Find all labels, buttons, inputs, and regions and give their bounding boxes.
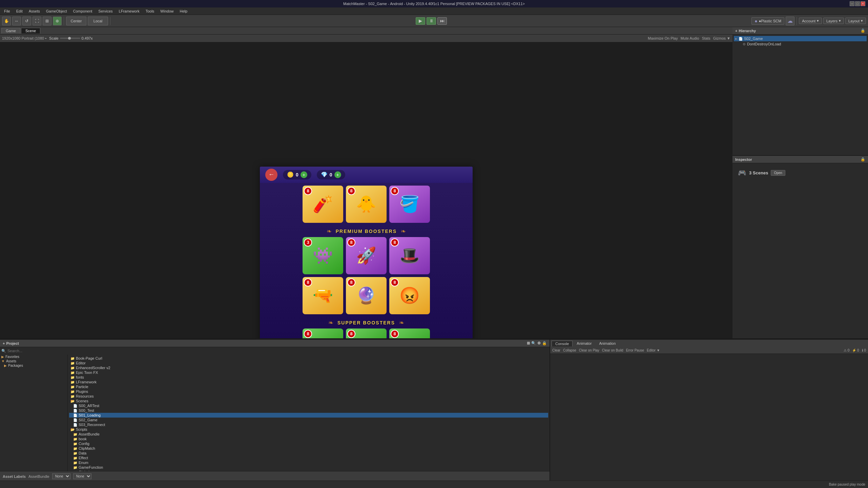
collab-button[interactable]: ☁ (786, 17, 794, 25)
scene-s01loading[interactable]: 📄S01_Loading (69, 413, 548, 418)
maximize-button[interactable]: □ (855, 1, 860, 6)
booster-item-2[interactable]: 8 🪣 (389, 186, 430, 223)
clear-on-play-button[interactable]: Clear on Play (579, 348, 599, 352)
account-dropdown[interactable]: Account ▾ (799, 18, 822, 24)
menu-gameobject[interactable]: GameObject (43, 8, 70, 14)
tab-game[interactable]: Game (1, 28, 20, 34)
scale-slider[interactable] (60, 38, 80, 39)
folder-particle[interactable]: 📁Particle (69, 384, 548, 389)
folder-epic-toon[interactable]: 📁Epic Toon FX (69, 370, 548, 375)
clear-button[interactable]: Clear (552, 348, 560, 352)
folder-fonts[interactable]: 📁fonts (69, 375, 548, 380)
hierarchy-lock[interactable]: 🔒 (861, 28, 865, 33)
project-search-input[interactable] (7, 349, 548, 353)
gold-plus[interactable]: + (301, 171, 307, 178)
scene-s02game[interactable]: 📄S02_Game (69, 418, 548, 422)
folder-editor[interactable]: 📁Editor (69, 361, 548, 365)
editor-dropdown[interactable]: Editor ▼ (647, 348, 660, 352)
folder-scenes[interactable]: 📂Scenes (69, 399, 548, 403)
menu-edit[interactable]: Edit (14, 8, 25, 14)
local-button[interactable]: Local (88, 17, 108, 25)
project-lock[interactable]: 🔒 (542, 341, 547, 345)
tab-console[interactable]: Console (552, 341, 573, 346)
project-icon-2[interactable]: 🔍 (531, 341, 536, 345)
scale-tool[interactable]: ⛶ (33, 17, 41, 25)
center-button[interactable]: Center (66, 17, 86, 25)
step-button[interactable]: ⏭ (437, 17, 447, 25)
project-add-btn[interactable]: + (3, 341, 5, 345)
regular-item-2[interactable]: 8 😡 (389, 277, 430, 314)
menu-services[interactable]: Services (96, 8, 115, 14)
folder-resources[interactable]: 📁Resources (69, 394, 548, 399)
tree-assets[interactable]: ▼ Assets (0, 359, 67, 363)
project-icon-3[interactable]: ⚙ (537, 341, 541, 345)
regular-item-0[interactable]: 8 🔫 (303, 277, 343, 314)
assetbundle-select[interactable]: None (52, 473, 70, 479)
minimize-button[interactable]: ─ (850, 1, 854, 6)
scene-s03reconnect[interactable]: 📄S03_Reconnect (69, 422, 548, 427)
premium-item-0[interactable]: 3 👾 (303, 237, 343, 274)
booster-item-0[interactable]: 8 🧨 (303, 186, 343, 223)
scene-s00artest[interactable]: 📄S00_ARTest (69, 403, 548, 408)
tree-packages[interactable]: ▶ Packages (0, 363, 67, 368)
booster-item-1[interactable]: 8 🐥 (346, 186, 387, 223)
plastic-scm-button[interactable]: ● ●Plastic SCM (751, 17, 784, 25)
back-button[interactable]: ← (265, 169, 277, 181)
move-tool[interactable]: ↔ (12, 17, 21, 25)
project-icon-1[interactable]: ⊞ (527, 341, 530, 345)
menu-window[interactable]: Window (158, 8, 176, 14)
menu-lframework[interactable]: LFramework (116, 8, 142, 14)
rotate-tool[interactable]: ↺ (22, 17, 31, 25)
layout-dropdown[interactable]: Layout ▾ (845, 18, 866, 24)
close-button[interactable]: ✕ (861, 1, 865, 6)
inspector-lock[interactable]: 🔒 (861, 157, 865, 162)
premium-item-1[interactable]: 8 🚀 (346, 237, 387, 274)
scene-s00test[interactable]: 📄S00_Test (69, 408, 548, 413)
script-effect[interactable]: 📁Effect (69, 455, 548, 460)
tab-scene[interactable]: Scene (21, 28, 40, 34)
menu-assets[interactable]: Assets (26, 8, 43, 14)
tree-favorites[interactable]: ▶ Favorites (0, 355, 67, 359)
script-data[interactable]: 📁Data (69, 451, 548, 455)
script-config[interactable]: 📁Config (69, 441, 548, 446)
menu-file[interactable]: File (1, 8, 13, 14)
gizmos-button[interactable]: Gizmos ▼ (713, 36, 730, 40)
maximize-on-play[interactable]: Maximize On Play (648, 36, 678, 40)
none-select[interactable]: None (73, 473, 91, 479)
hierarchy-item-dontdestroy[interactable]: ▶ ⚙ DontDestroyOnLoad (734, 41, 867, 47)
script-book[interactable]: 📁book (69, 437, 548, 441)
script-enum[interactable]: 📁Enum (69, 460, 548, 465)
hierarchy-add-btn[interactable]: + (735, 29, 737, 33)
clear-on-build-button[interactable]: Clear on Build (602, 348, 623, 352)
hand-tool[interactable]: ✋ (2, 17, 11, 25)
folder-scripts[interactable]: 📂Scripts (69, 427, 548, 432)
play-button[interactable]: ▶ (416, 17, 425, 25)
rect-tool[interactable]: ⊞ (43, 17, 51, 25)
regular-item-1[interactable]: 8 🔮 (346, 277, 387, 314)
tab-animation[interactable]: Animation (596, 341, 619, 346)
pause-button[interactable]: ⏸ (427, 17, 436, 25)
menu-help[interactable]: Help (177, 8, 190, 14)
hierarchy-item-s02game[interactable]: ▶ 📄 S02_Game (734, 36, 867, 41)
fl-0: Book-Page Curl (76, 356, 102, 360)
layers-dropdown[interactable]: Layers ▾ (823, 18, 844, 24)
tab-animator[interactable]: Animator (573, 341, 595, 346)
transform-tool[interactable]: ⊕ (53, 17, 62, 25)
mute-audio[interactable]: Mute Audio (681, 36, 699, 40)
premium-item-2[interactable]: 8 🎩 (389, 237, 430, 274)
folder-book-page-curl[interactable]: 📁Book-Page Curl (69, 356, 548, 361)
menu-component[interactable]: Component (70, 8, 95, 14)
collapse-button[interactable]: Collapse (563, 348, 576, 352)
gem-plus[interactable]: + (334, 171, 341, 178)
error-pause-button[interactable]: Error Pause (626, 348, 644, 352)
script-gamefunction[interactable]: 📁GameFunction (69, 465, 548, 470)
script-clipmatch[interactable]: 📁ClipMatch (69, 446, 548, 451)
folder-lframework[interactable]: 📁LFramework (69, 380, 548, 384)
folder-enhanced-scroller[interactable]: 📁EnhancedScroller v2 (69, 365, 548, 370)
stats-button[interactable]: Stats (702, 36, 710, 40)
script-assetbundle[interactable]: 📁AssetBundle (69, 432, 548, 437)
folder-plugins[interactable]: 📁Plugins (69, 389, 548, 394)
open-scenes-btn[interactable]: Open (771, 170, 785, 176)
icon-0: 🧨 (313, 195, 333, 214)
menu-tools[interactable]: Tools (143, 8, 157, 14)
